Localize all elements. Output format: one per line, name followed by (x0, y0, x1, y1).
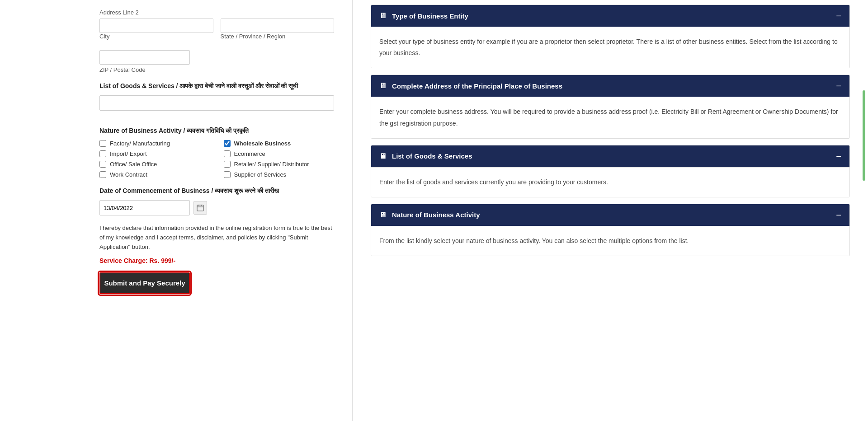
date-input[interactable] (99, 200, 190, 215)
accordion-toggle-principal-address[interactable]: − (836, 81, 841, 90)
submit-button[interactable]: Submit and Pay Securely (99, 272, 190, 294)
activity-grid: Factory/ Manufacturing Wholesale Busines… (99, 140, 334, 178)
calendar-icon[interactable] (193, 201, 207, 215)
accordion-card-principal-address: 🖥 Complete Address of the Principal Plac… (371, 75, 850, 138)
monitor-icon-goods-services: 🖥 (379, 152, 387, 160)
goods-services-section: List of Goods & Services / आपके द्वारा ब… (99, 81, 334, 118)
ecommerce-label: Ecommerce (234, 150, 265, 157)
state-input[interactable] (221, 19, 335, 33)
ecommerce-checkbox[interactable] (224, 150, 231, 157)
accordion-title-business-activity: Nature of Business Activity (392, 211, 480, 219)
monitor-icon-business-entity: 🖥 (379, 12, 387, 20)
accordion-header-left-4: 🖥 Nature of Business Activity (379, 211, 480, 219)
retailer-checkbox[interactable] (224, 161, 231, 168)
monitor-icon-business-activity: 🖥 (379, 211, 387, 219)
checkbox-workcontract[interactable]: Work Contract (99, 171, 210, 178)
accordion-header-business-entity[interactable]: 🖥 Type of Business Entity − (371, 5, 849, 27)
accordion-body-principal-address: Enter your complete business address. Yo… (371, 97, 849, 138)
city-field-col: City (99, 19, 213, 42)
accordion-header-left: 🖥 Type of Business Entity (379, 12, 468, 20)
factory-label: Factory/ Manufacturing (110, 140, 170, 147)
checkbox-factory[interactable]: Factory/ Manufacturing (99, 140, 210, 147)
address-line2-label: Address Line 2 (99, 9, 334, 16)
retailer-label: Retailer/ Supplier/ Distributor (234, 161, 309, 168)
accordion-toggle-goods-services[interactable]: − (836, 152, 841, 161)
accordion-header-left-2: 🖥 Complete Address of the Principal Plac… (379, 82, 562, 90)
address-line2-section: Address Line 2 City State / Province / R… (99, 9, 334, 42)
declaration-section: I hereby declare that information provid… (99, 224, 334, 294)
scrollbar-thumb[interactable] (863, 90, 865, 181)
business-activity-section: Nature of Business Activity / व्यवसाय गत… (99, 126, 334, 178)
svg-rect-0 (197, 205, 203, 211)
office-checkbox[interactable] (99, 161, 106, 168)
zip-input[interactable] (99, 50, 190, 65)
accordion-header-principal-address[interactable]: 🖥 Complete Address of the Principal Plac… (371, 75, 849, 97)
accordion-title-principal-address: Complete Address of the Principal Place … (392, 82, 562, 90)
checkbox-supplier[interactable]: Supplier of Services (224, 171, 335, 178)
wholesale-checkbox[interactable] (224, 140, 231, 147)
checkbox-retailer[interactable]: Retailer/ Supplier/ Distributor (224, 161, 335, 168)
business-activity-heading: Nature of Business Activity / व्यवसाय गत… (99, 126, 334, 136)
accordion-card-business-activity: 🖥 Nature of Business Activity − From the… (371, 204, 850, 256)
city-input[interactable] (99, 19, 213, 33)
supplier-label: Supplier of Services (234, 171, 287, 178)
import-label: Import/ Export (110, 150, 147, 157)
state-field-col: State / Province / Region (221, 19, 335, 42)
checkbox-office[interactable]: Office/ Sale Office (99, 161, 210, 168)
accordion-body-text-goods-services: Enter the list of goods and services cur… (379, 178, 608, 186)
workcontract-label: Work Contract (110, 171, 147, 178)
accordion-toggle-business-entity[interactable]: − (836, 11, 841, 20)
zip-section: ZIP / Postal Code (99, 50, 334, 73)
wholesale-label: Wholesale Business (234, 140, 291, 147)
accordion-body-goods-services: Enter the list of goods and services cur… (371, 167, 849, 197)
accordion-header-left-3: 🖥 List of Goods & Services (379, 152, 472, 160)
accordion-title-goods-services: List of Goods & Services (392, 152, 472, 160)
accordion-body-text-principal-address: Enter your complete business address. Yo… (379, 108, 838, 126)
state-label: State / Province / Region (221, 33, 335, 40)
accordion-header-business-activity[interactable]: 🖥 Nature of Business Activity − (371, 204, 849, 226)
accordion-toggle-business-activity[interactable]: − (836, 210, 841, 220)
supplier-checkbox[interactable] (224, 171, 231, 178)
office-label: Office/ Sale Office (110, 161, 157, 168)
checkbox-import[interactable]: Import/ Export (99, 150, 210, 157)
accordion-body-text-business-entity: Select your type of business entity for … (379, 38, 838, 56)
accordion-header-goods-services[interactable]: 🖥 List of Goods & Services − (371, 145, 849, 167)
goods-input[interactable] (99, 95, 334, 111)
date-heading: Date of Commencement of Business / व्यवस… (99, 186, 334, 196)
accordion-body-business-entity: Select your type of business entity for … (371, 27, 849, 68)
left-panel: Address Line 2 City State / Province / R… (0, 0, 353, 421)
date-row (99, 200, 334, 215)
goods-services-heading: List of Goods & Services / आपके द्वारा ब… (99, 81, 334, 91)
service-charge: Service Charge: Rs. 999/- (99, 257, 334, 264)
date-section: Date of Commencement of Business / व्यवस… (99, 186, 334, 215)
accordion-card-goods-services: 🖥 List of Goods & Services − Enter the l… (371, 145, 850, 197)
checkbox-ecommerce[interactable]: Ecommerce (224, 150, 335, 157)
zip-label: ZIP / Postal Code (99, 66, 334, 73)
accordion-title-business-entity: Type of Business Entity (392, 12, 468, 20)
import-checkbox[interactable] (99, 150, 106, 157)
declaration-text: I hereby declare that information provid… (99, 224, 334, 252)
right-panel: 🖥 Type of Business Entity − Select your … (353, 0, 868, 421)
checkbox-wholesale[interactable]: Wholesale Business (224, 140, 335, 147)
accordion-body-text-business-activity: From the list kindly select your nature … (379, 237, 689, 244)
city-label: City (99, 33, 213, 40)
accordion-card-business-entity: 🖥 Type of Business Entity − Select your … (371, 5, 850, 68)
accordion-body-business-activity: From the list kindly select your nature … (371, 226, 849, 256)
monitor-icon-principal-address: 🖥 (379, 82, 387, 90)
workcontract-checkbox[interactable] (99, 171, 106, 178)
factory-checkbox[interactable] (99, 140, 106, 147)
